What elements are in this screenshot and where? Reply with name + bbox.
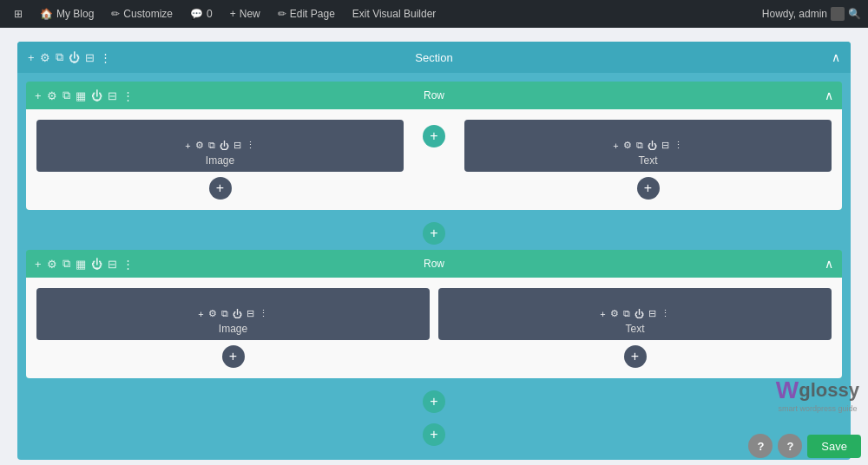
row-1: + ⚙ ⧉ ▦ ⏻ ⊟ ⋮ Row ∧ [26, 82, 842, 210]
builder-area: + ⚙ ⧉ ⏻ ⊟ ⋮ Section ∧ + ⚙ ⧉ ▦ ⏻ [0, 28, 868, 465]
image-module-2[interactable]: + ⚙ ⧉ ⏻ ⊟ ⋮ Image [36, 288, 430, 340]
row-1-label: Row [424, 89, 444, 102]
row-1-toolbar: + ⚙ ⧉ ▦ ⏻ ⊟ ⋮ [35, 88, 134, 102]
wp-icon: ⊞ [14, 8, 23, 20]
row-1-header: + ⚙ ⧉ ▦ ⏻ ⊟ ⋮ Row ∧ [26, 82, 842, 109]
more-section-icon[interactable]: ⋮ [100, 51, 111, 64]
edit-page-link[interactable]: ✏ Edit Page [271, 0, 342, 28]
my-blog-icon: 🏠 [40, 8, 53, 20]
logo-text: W glossy [776, 377, 859, 404]
text-module-2-toolbar: + ⚙ ⧉ ⏻ ⊟ ⋮ [444, 308, 826, 319]
row-2-toolbar: + ⚙ ⧉ ▦ ⏻ ⊟ ⋮ [35, 257, 134, 271]
comments-link[interactable]: 💬 0 [183, 0, 220, 28]
add-below-text-1[interactable]: + [637, 177, 660, 200]
add-row-btn-3[interactable]: + [423, 423, 445, 446]
logo-w: W [776, 377, 799, 404]
add-row-btn-2[interactable]: + [423, 390, 445, 413]
row-2-collapse[interactable]: ∧ [825, 257, 833, 271]
more-row-icon[interactable]: ⋮ [122, 89, 134, 102]
add-row-between: + [26, 217, 842, 245]
search-icon[interactable]: 🔍 [848, 8, 861, 20]
clone-section-icon[interactable]: ⧉ [56, 50, 63, 64]
settings-section-icon[interactable]: ⚙ [40, 51, 50, 64]
add-row2-icon[interactable]: + [35, 258, 42, 271]
customize-icon: ✏ [111, 8, 120, 20]
image-module-1-toolbar: + ⚙ ⧉ ⏻ ⊟ ⋮ [42, 140, 398, 151]
layout-row-icon[interactable]: ▦ [76, 89, 86, 102]
image-module-2-toolbar: + ⚙ ⧉ ⏻ ⊟ ⋮ [42, 308, 424, 319]
admin-avatar [831, 7, 845, 21]
module-col-image-2: + ⚙ ⧉ ⏻ ⊟ ⋮ Image + [36, 288, 430, 368]
add-row-after-section: + [26, 418, 842, 446]
help-btn-2[interactable]: ? [778, 434, 802, 458]
exit-builder-link[interactable]: Exit Visual Builder [345, 0, 444, 28]
image-module-1-label: Image [206, 154, 234, 167]
my-blog-link[interactable]: 🏠 My Blog [33, 0, 101, 28]
delete-row-icon[interactable]: ⊟ [108, 89, 117, 102]
delete-row2-icon[interactable]: ⊟ [108, 258, 117, 271]
logo-watermark: W glossy smart wordpress guide [776, 377, 859, 413]
text-module-1[interactable]: + ⚙ ⧉ ⏻ ⊟ ⋮ Text [464, 120, 832, 172]
logo-sub: smart wordpress guide [776, 404, 859, 413]
row-1-collapse[interactable]: ∧ [825, 88, 833, 102]
settings-row2-icon[interactable]: ⚙ [47, 258, 57, 271]
row-2-modules: + ⚙ ⧉ ⏻ ⊟ ⋮ Image + [36, 288, 832, 368]
settings-row-icon[interactable]: ⚙ [47, 89, 57, 102]
row-2-header: + ⚙ ⧉ ▦ ⏻ ⊟ ⋮ Row ∧ [26, 250, 842, 278]
new-link[interactable]: + New [223, 0, 267, 28]
comment-icon: 💬 [190, 8, 203, 20]
layout-row2-icon[interactable]: ▦ [76, 258, 86, 271]
section-1: + ⚙ ⧉ ⏻ ⊟ ⋮ Section ∧ + ⚙ ⧉ ▦ ⏻ [17, 42, 851, 460]
row-2: + ⚙ ⧉ ▦ ⏻ ⊟ ⋮ Row ∧ [26, 250, 842, 378]
new-icon: + [230, 8, 236, 20]
edit-icon: ✏ [278, 8, 286, 20]
clone-row2-icon[interactable]: ⧉ [62, 257, 70, 271]
text-module-1-label: Text [638, 154, 657, 167]
row-2-body: + ⚙ ⧉ ⏻ ⊟ ⋮ Image + [26, 278, 842, 378]
power-row2-icon[interactable]: ⏻ [91, 258, 102, 271]
add-row-btn-1[interactable]: + [423, 222, 445, 245]
admin-bar: ⊞ 🏠 My Blog ✏ Customize 💬 0 + New ✏ Edit… [0, 0, 868, 28]
wp-logo[interactable]: ⊞ [7, 0, 30, 28]
row-2-label: Row [424, 258, 444, 270]
admin-right: Howdy, admin 🔍 [762, 7, 861, 21]
section-1-header: + ⚙ ⧉ ⏻ ⊟ ⋮ Section ∧ [17, 42, 851, 73]
delete-section-icon[interactable]: ⊟ [85, 51, 95, 64]
customize-link[interactable]: ✏ Customize [104, 0, 180, 28]
add-section-icon[interactable]: + [28, 51, 35, 64]
add-row-icon[interactable]: + [35, 89, 42, 102]
text-module-1-toolbar: + ⚙ ⧉ ⏻ ⊟ ⋮ [470, 140, 826, 151]
text-module-2[interactable]: + ⚙ ⧉ ⏻ ⊟ ⋮ Text [438, 288, 832, 340]
image-module-2-label: Image [219, 323, 247, 335]
section-1-collapse[interactable]: ∧ [832, 50, 840, 64]
add-below-image-2[interactable]: + [222, 345, 245, 368]
section-1-label: Section [415, 51, 452, 64]
add-below-image-1[interactable]: + [209, 177, 232, 200]
add-col-btn-1[interactable]: + [423, 125, 445, 147]
section-1-body: + ⚙ ⧉ ▦ ⏻ ⊟ ⋮ Row ∧ [17, 73, 851, 460]
clone-row-icon[interactable]: ⧉ [62, 88, 70, 102]
more-row2-icon[interactable]: ⋮ [122, 258, 134, 271]
add-row-after-row2: + [26, 385, 842, 413]
power-row-icon[interactable]: ⏻ [91, 89, 102, 102]
module-col-image-1: + ⚙ ⧉ ⏻ ⊟ ⋮ Image + [36, 120, 404, 200]
module-col-text-2: + ⚙ ⧉ ⏻ ⊟ ⋮ Text + [438, 288, 832, 368]
logo-main: glossy [799, 379, 859, 402]
row-1-body: + ⚙ ⧉ ⏻ ⊟ ⋮ Image + [26, 109, 842, 210]
text-module-2-label: Text [625, 323, 644, 335]
add-below-text-2[interactable]: + [624, 345, 647, 368]
add-col-center-1: + [412, 120, 456, 147]
save-button[interactable]: Save [807, 435, 861, 458]
module-col-text-1: + ⚙ ⧉ ⏻ ⊟ ⋮ Text + [464, 120, 832, 200]
save-bar: ? ? Save [748, 434, 861, 458]
image-module-1[interactable]: + ⚙ ⧉ ⏻ ⊟ ⋮ Image [36, 120, 404, 172]
section-1-toolbar: + ⚙ ⧉ ⏻ ⊟ ⋮ [28, 50, 111, 64]
help-btn-1[interactable]: ? [748, 434, 773, 458]
row-1-modules: + ⚙ ⧉ ⏻ ⊟ ⋮ Image + [36, 120, 832, 200]
power-section-icon[interactable]: ⏻ [69, 51, 80, 64]
